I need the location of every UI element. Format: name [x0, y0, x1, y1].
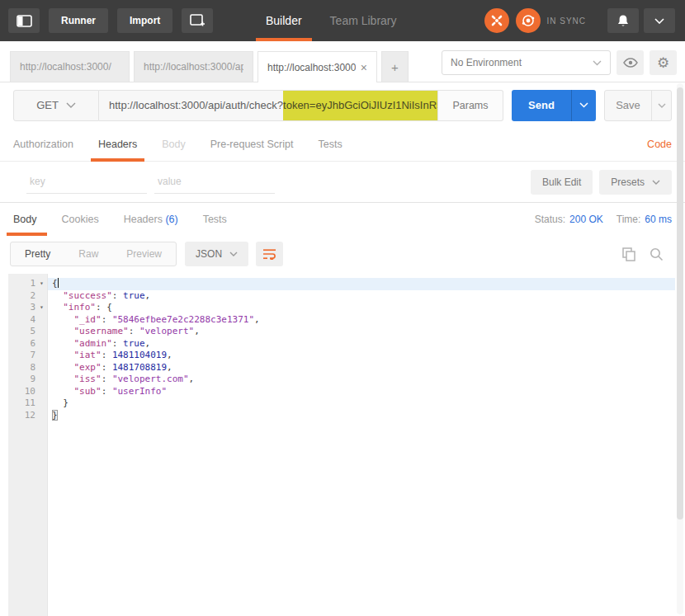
- token-punct: ,: [189, 374, 195, 384]
- response-section-tabs: BodyCookiesHeaders (6)Tests Status: 200 …: [0, 203, 685, 236]
- header-key-input[interactable]: [26, 171, 147, 194]
- presets-button[interactable]: Presets: [599, 170, 672, 195]
- code-line-11[interactable]: 11 }: [0, 397, 675, 410]
- request-section-tab-authorization[interactable]: Authorization: [13, 128, 73, 162]
- view-mode-raw[interactable]: Raw: [64, 242, 112, 266]
- app-header: Runner Import Builder Team Library IN SY…: [0, 0, 685, 41]
- tab-team-library[interactable]: Team Library: [330, 0, 397, 41]
- code-text: "success": true,: [48, 290, 150, 303]
- token-num: 1481104019: [112, 350, 167, 360]
- token-punct: ,: [145, 290, 151, 301]
- eye-icon: [623, 58, 638, 68]
- new-tab-button[interactable]: +: [381, 51, 409, 82]
- token-key: "info": [63, 302, 96, 313]
- token-punct: : {: [96, 302, 112, 313]
- headers-count-badge: (6): [163, 214, 178, 225]
- line-number: 6: [8, 338, 35, 350]
- response-tab-tests[interactable]: Tests: [203, 203, 227, 236]
- tab-builder[interactable]: Builder: [266, 0, 302, 41]
- send-split-button: Send: [512, 90, 596, 121]
- view-mode-pretty[interactable]: Pretty: [11, 242, 64, 266]
- sidebar-toggle-button[interactable]: [8, 8, 40, 33]
- time-value[interactable]: 60 ms: [645, 214, 672, 225]
- response-body-viewer[interactable]: 1▾{2 "success": true,3▾ "info": {4 "_id"…: [0, 274, 675, 616]
- chevron-down-icon: [658, 103, 666, 108]
- request-tab-2[interactable]: http://localhost:3000/api/a: [134, 51, 253, 82]
- code-text: "iss": "velopert.com",: [48, 374, 194, 386]
- send-button[interactable]: Send: [512, 90, 571, 121]
- request-section-tab-pre-request-script[interactable]: Pre-request Script: [210, 128, 294, 162]
- runner-label: Runner: [61, 15, 96, 26]
- send-label: Send: [528, 99, 555, 111]
- request-section-tab-body[interactable]: Body: [162, 128, 186, 162]
- chevron-down-icon: [654, 18, 664, 24]
- response-tab-label: Headers: [124, 214, 163, 225]
- response-tab-cookies[interactable]: Cookies: [62, 203, 99, 236]
- close-tab-icon[interactable]: ×: [361, 61, 367, 74]
- status-value[interactable]: 200 OK: [569, 214, 603, 225]
- bulk-edit-label: Bulk Edit: [542, 176, 581, 188]
- import-label: Import: [130, 15, 160, 26]
- save-button[interactable]: Save: [605, 91, 651, 120]
- code-line-10[interactable]: 10 "sub": "userInfo": [0, 386, 675, 398]
- interceptor-button[interactable]: [484, 8, 509, 33]
- settings-button[interactable]: ⚙: [650, 50, 677, 75]
- generate-code-link[interactable]: Code: [647, 139, 672, 150]
- copy-button[interactable]: [622, 247, 635, 261]
- response-tab-label: Cookies: [62, 214, 99, 225]
- new-window-button[interactable]: [182, 8, 213, 33]
- code-line-5[interactable]: 5 "username": "velopert",: [0, 326, 675, 338]
- request-tab-1[interactable]: http://localhost:3000/: [10, 51, 130, 82]
- code-line-8[interactable]: 8 "exp": 1481708819,: [0, 362, 675, 374]
- environment-select[interactable]: No Environment: [442, 50, 611, 75]
- view-mode-preview[interactable]: Preview: [112, 242, 176, 266]
- code-line-12[interactable]: 12}: [0, 410, 675, 422]
- sync-button[interactable]: [516, 8, 541, 33]
- header-value-input[interactable]: [154, 171, 275, 194]
- url-input[interactable]: http://localhost:3000/api/auth/check?tok…: [99, 90, 438, 121]
- send-options-button[interactable]: [571, 90, 596, 121]
- chevron-down-icon: [579, 102, 588, 108]
- request-section-tab-tests[interactable]: Tests: [318, 128, 342, 162]
- code-line-1[interactable]: 1▾{: [0, 278, 675, 290]
- method-select[interactable]: GET: [13, 90, 99, 121]
- code-text: }: [48, 410, 58, 422]
- import-button[interactable]: Import: [117, 8, 172, 33]
- url-selected-text: token=eyJhbGciOiJIUzI1NiIsInR5c: [283, 91, 438, 120]
- bulk-edit-button[interactable]: Bulk Edit: [531, 170, 593, 195]
- code-line-4[interactable]: 4 "_id": "5846efbee7e2c2288c3e1371",: [0, 314, 675, 327]
- save-options-button[interactable]: [651, 91, 671, 120]
- code-line-2[interactable]: 2 "success": true,: [0, 290, 675, 303]
- code-line-9[interactable]: 9 "iss": "velopert.com",: [0, 374, 675, 386]
- wrap-text-button[interactable]: [256, 242, 283, 266]
- fold-arrow-icon[interactable]: ▾: [35, 302, 48, 314]
- new-window-icon: [190, 14, 206, 27]
- response-tab-headers[interactable]: Headers (6): [124, 203, 178, 236]
- token-key: "iat": [74, 350, 102, 360]
- response-tab-body[interactable]: Body: [13, 203, 37, 236]
- notifications-button[interactable]: [607, 8, 639, 33]
- request-tab-3[interactable]: http://localhost:3000×: [257, 51, 377, 82]
- scrollbar-thumb[interactable]: [677, 87, 683, 520]
- request-tab-url: http://localhost:3000/: [20, 61, 120, 73]
- format-select[interactable]: JSON: [185, 242, 248, 266]
- environment-quick-look-button[interactable]: [616, 50, 644, 75]
- code-text: "exp": 1481708819,: [48, 362, 172, 374]
- runner-button[interactable]: Runner: [49, 8, 108, 33]
- header-more-button[interactable]: [644, 8, 675, 33]
- fold-arrow-icon[interactable]: ▾: [35, 278, 48, 290]
- interceptor-icon: [490, 14, 503, 27]
- code-line-7[interactable]: 7 "iat": 1481104019,: [0, 350, 675, 362]
- code-line-6[interactable]: 6 "admin": true,: [0, 338, 675, 350]
- token-punct: :: [102, 362, 112, 373]
- token-key: "admin": [74, 338, 112, 349]
- url-text: http://localhost:3000/api/auth/check?: [109, 99, 283, 111]
- token-punct: }: [52, 410, 58, 421]
- sync-status-label: IN SYNC: [546, 16, 586, 26]
- params-button[interactable]: Params: [438, 90, 503, 121]
- request-section-tab-headers[interactable]: Headers: [98, 128, 137, 162]
- search-button[interactable]: [650, 247, 664, 261]
- chevron-down-icon: [229, 252, 238, 256]
- code-line-3[interactable]: 3▾ "info": {: [0, 302, 675, 314]
- text-cursor: [58, 278, 59, 288]
